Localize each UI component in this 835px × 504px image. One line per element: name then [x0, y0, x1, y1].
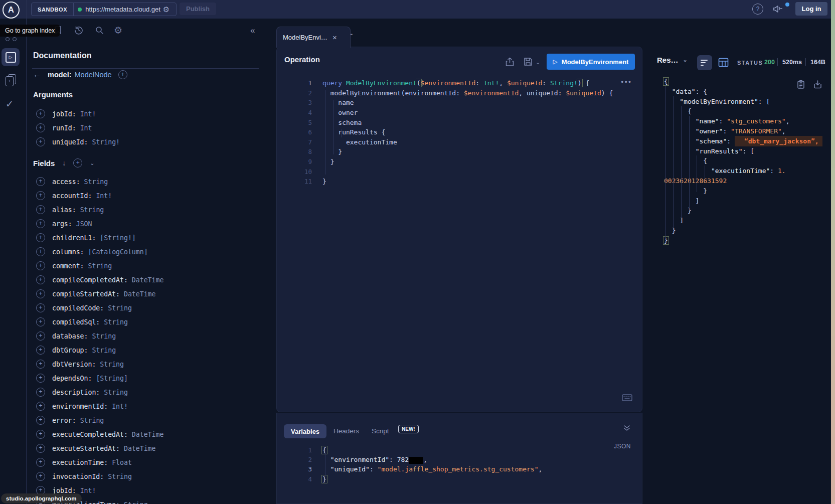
field-type[interactable]: DateTime — [124, 445, 156, 452]
field-name[interactable]: compiledCode: — [52, 304, 104, 312]
add-field-icon[interactable]: + — [36, 219, 45, 228]
doc-field-row[interactable]: +args:JSON — [36, 219, 92, 228]
add-field-icon[interactable]: + — [36, 458, 45, 467]
code-line[interactable]: } — [322, 474, 542, 484]
endpoint-url[interactable]: https://metadata.cloud.get — [85, 6, 160, 13]
code-line[interactable]: name — [322, 98, 613, 108]
doc-field-row[interactable]: +executionTime:Float — [36, 458, 132, 467]
tab-headers[interactable]: Headers — [333, 427, 359, 435]
code-line[interactable]: "environmentId": 782, — [322, 455, 542, 464]
field-type[interactable]: String — [92, 332, 116, 340]
code-line[interactable]: } — [664, 186, 822, 196]
field-type[interactable]: Int! — [96, 192, 112, 200]
save-chevron-icon[interactable]: ⌄ — [536, 59, 540, 66]
code-line[interactable]: } — [664, 226, 822, 236]
tab-variables[interactable]: Variables — [284, 424, 326, 438]
add-field-icon[interactable]: + — [36, 430, 45, 439]
field-name[interactable]: compileCompletedAt: — [52, 276, 128, 284]
field-type[interactable]: String — [80, 206, 104, 214]
doc-field-row[interactable]: +invocationId:String — [36, 472, 132, 481]
add-field-icon[interactable]: + — [36, 472, 45, 481]
doc-field-row[interactable]: +compiledCode:String — [36, 303, 132, 312]
doc-field-row[interactable]: +accountId:Int! — [36, 191, 112, 200]
add-field-icon[interactable]: + — [36, 205, 45, 214]
add-model-icon[interactable]: + — [118, 70, 127, 79]
doc-field-row[interactable]: +compileCompletedAt:DateTime — [36, 275, 163, 284]
add-field-icon[interactable]: + — [36, 247, 45, 256]
code-line[interactable]: "modelByEnvironment": [ — [664, 97, 822, 107]
doc-field-row[interactable]: +executeCompletedAt:DateTime — [36, 430, 163, 439]
field-type[interactable]: DateTime — [132, 431, 164, 438]
field-name[interactable]: columns: — [52, 248, 84, 256]
keyboard-shortcuts-icon[interactable] — [622, 394, 632, 403]
add-field-icon[interactable]: + — [36, 233, 45, 242]
field-type[interactable]: String — [88, 262, 112, 270]
doc-field-row[interactable]: +alias:String — [36, 205, 104, 214]
more-menu-icon[interactable]: ●●● — [621, 79, 632, 84]
field-name[interactable]: environmentId: — [52, 403, 108, 410]
field-name[interactable]: args: — [52, 220, 72, 228]
collapse-sidebar-icon[interactable]: « — [250, 26, 255, 36]
code-line[interactable]: owner — [322, 108, 613, 118]
field-type[interactable]: String — [84, 178, 108, 186]
code-line[interactable]: ] — [664, 216, 822, 226]
field-name[interactable]: jobId: — [52, 110, 76, 118]
doc-field-row[interactable]: +jobId:Int! — [36, 109, 96, 118]
graph-index-icon-2[interactable] — [13, 37, 17, 41]
field-type[interactable]: String — [92, 347, 116, 354]
save-icon[interactable] — [524, 57, 533, 68]
field-name[interactable]: executeCompletedAt: — [52, 431, 128, 438]
add-field-icon[interactable]: + — [36, 289, 45, 298]
field-name[interactable]: compiledSql: — [52, 318, 100, 326]
field-type[interactable]: String — [80, 417, 104, 424]
field-type[interactable]: String — [124, 501, 148, 504]
field-type[interactable]: String — [104, 318, 128, 326]
add-field-icon[interactable]: + — [36, 360, 45, 369]
endpoint-settings-icon[interactable]: ⚙ — [163, 5, 170, 14]
chevron-down-icon[interactable]: ⌄ — [90, 160, 94, 166]
code-line[interactable]: } — [664, 236, 822, 246]
code-line[interactable]: schema — [322, 118, 613, 128]
collapse-panel-icon[interactable] — [623, 424, 631, 434]
field-type[interactable]: [CatalogColumn] — [88, 248, 148, 256]
field-type[interactable]: String — [108, 473, 132, 480]
field-type[interactable]: String — [108, 304, 132, 312]
add-field-icon[interactable]: + — [36, 137, 45, 146]
doc-field-row[interactable]: +database:String — [36, 331, 116, 341]
field-type[interactable]: [String!] — [100, 234, 135, 242]
add-field-icon[interactable]: + — [36, 109, 45, 118]
code-line[interactable]: ] — [664, 196, 822, 206]
field-type[interactable]: Int! — [80, 487, 96, 494]
add-field-icon[interactable]: + — [36, 177, 45, 186]
field-name[interactable]: compileStartedAt: — [52, 290, 120, 298]
variables-editor[interactable]: { "environmentId": 782, "uniqueId": "mod… — [322, 445, 542, 484]
field-name[interactable]: executionTime: — [52, 459, 108, 466]
explorer-nav-icon[interactable]: ▷ — [2, 48, 20, 66]
add-field-icon[interactable]: + — [36, 388, 45, 397]
code-line[interactable]: } — [322, 157, 613, 167]
code-line[interactable]: "data": { — [664, 87, 822, 97]
response-table-view-button[interactable] — [718, 57, 729, 70]
add-all-fields-icon[interactable]: + — [73, 158, 82, 167]
add-field-icon[interactable]: + — [36, 317, 45, 326]
doc-field-row[interactable]: +description:String — [36, 388, 128, 397]
field-name[interactable]: description: — [52, 389, 100, 396]
endpoint-url-box[interactable]: https://metadata.cloud.get ⚙ — [74, 3, 176, 16]
code-line[interactable]: "executionTime": 1. — [664, 166, 822, 176]
doc-field-row[interactable]: +childrenL1:[String!] — [36, 233, 136, 242]
field-name[interactable]: access: — [52, 178, 80, 186]
field-type[interactable]: Float — [112, 459, 132, 466]
publish-button[interactable]: Publish — [180, 3, 216, 15]
operation-editor[interactable]: query ModelByEnvironment($environmentId:… — [322, 78, 613, 187]
add-field-icon[interactable]: + — [36, 275, 45, 284]
add-field-icon[interactable]: + — [36, 346, 45, 355]
doc-field-row[interactable]: +dbtVersion:String — [36, 360, 124, 369]
code-line[interactable]: { — [664, 156, 822, 166]
field-name[interactable]: invocationId: — [52, 473, 104, 480]
code-line[interactable]: "schema": “dbt_mary_jackson”, — [664, 136, 822, 146]
add-field-icon[interactable]: + — [36, 191, 45, 200]
field-name[interactable]: uniqueId: — [52, 138, 88, 146]
share-icon[interactable] — [506, 57, 514, 69]
apollo-logo[interactable]: A — [3, 2, 20, 19]
field-name[interactable]: database: — [52, 332, 88, 340]
